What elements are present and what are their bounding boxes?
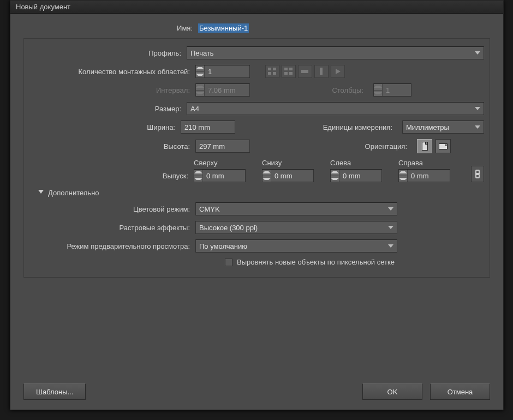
spacing-value: 7.06 mm xyxy=(205,85,249,95)
preview-value: По умолчанию xyxy=(199,242,247,250)
profile-value: Печать xyxy=(190,49,214,57)
spinner-buttons[interactable] xyxy=(196,65,205,77)
dialog-titlebar[interactable]: Новый документ xyxy=(10,1,503,14)
main-settings-group: Профиль: Печать Количество монтажных обл… xyxy=(23,38,490,278)
artboards-label: Количество монтажных областей: xyxy=(29,68,195,76)
profile-select[interactable]: Печать xyxy=(187,46,484,59)
svg-rect-8 xyxy=(301,70,308,73)
raster-effects-label: Растровые эффекты: xyxy=(29,224,195,232)
width-input[interactable] xyxy=(181,121,235,134)
name-label: Имя: xyxy=(23,24,198,32)
chevron-down-icon xyxy=(388,244,393,248)
svg-rect-2 xyxy=(268,72,271,75)
dialog-title: Новый документ xyxy=(16,3,70,11)
arrange-rtl-icon[interactable] xyxy=(331,65,345,78)
dialog-button-bar: Шаблоны... OK Отмена xyxy=(23,383,490,400)
advanced-label: Дополнительно xyxy=(48,189,99,197)
chevron-down-icon xyxy=(475,107,480,110)
new-document-dialog: Новый документ Имя: Безымянный-1 Профиль… xyxy=(10,0,504,410)
svg-rect-5 xyxy=(284,72,288,75)
raster-value: Высокое (300 ppi) xyxy=(199,224,258,232)
columns-value: 1 xyxy=(383,85,411,95)
bleed-bottom-label: Снизу xyxy=(262,159,282,167)
columns-label: Столбцы: xyxy=(254,86,369,94)
bleed-right-spinner[interactable]: 0 mm xyxy=(398,169,450,182)
size-value: A4 xyxy=(190,105,199,113)
preview-mode-label: Режим предварительного просмотра: xyxy=(29,242,195,250)
align-pixel-grid-label: Выровнять новые объекты по пиксельной се… xyxy=(237,258,395,266)
align-pixel-grid-checkbox[interactable] xyxy=(225,259,232,266)
arrange-column-icon[interactable] xyxy=(314,65,329,78)
raster-effects-select[interactable]: Высокое (300 ppi) xyxy=(195,221,397,234)
chevron-down-icon xyxy=(475,125,480,129)
units-value: Миллиметры xyxy=(406,123,449,131)
svg-rect-0 xyxy=(268,68,271,70)
chevron-down-icon xyxy=(388,207,393,211)
grid-by-row-icon[interactable] xyxy=(265,65,279,78)
chevron-down-icon xyxy=(388,226,393,229)
svg-rect-7 xyxy=(289,72,293,75)
spacing-label: Интервал: xyxy=(29,86,195,94)
cancel-button[interactable]: Отмена xyxy=(430,383,490,400)
chevron-down-icon xyxy=(38,190,44,196)
ok-button[interactable]: OK xyxy=(362,383,422,400)
height-input[interactable] xyxy=(195,140,250,153)
color-mode-label: Цветовой режим: xyxy=(29,205,195,213)
link-bleed-button[interactable] xyxy=(471,166,484,182)
artboard-arrangement-icons xyxy=(265,65,345,78)
bleed-left-label: Слева xyxy=(330,159,351,167)
height-label: Высота: xyxy=(29,142,195,151)
name-value-selected: Безымянный-1 xyxy=(198,23,249,33)
bleed-left-spinner[interactable]: 0 mm xyxy=(330,169,382,182)
profile-label: Профиль: xyxy=(29,49,187,57)
size-label: Размер: xyxy=(29,105,187,113)
color-mode-value: CMYK xyxy=(199,205,220,213)
orientation-label: Ориентация: xyxy=(276,142,413,151)
size-select[interactable]: A4 xyxy=(187,102,484,115)
bleed-top-spinner[interactable]: 0 mm xyxy=(194,169,246,182)
orientation-portrait-button[interactable] xyxy=(417,139,432,153)
name-input[interactable]: Безымянный-1 xyxy=(198,23,249,33)
artboards-value: 1 xyxy=(205,67,249,77)
grid-by-column-icon[interactable] xyxy=(282,65,296,78)
svg-rect-9 xyxy=(320,68,323,75)
preview-mode-select[interactable]: По умолчанию xyxy=(195,239,397,253)
artboards-spinner[interactable]: 1 xyxy=(195,65,250,78)
spacing-spinner: 7.06 mm xyxy=(195,83,250,97)
bleed-label: Выпуск: xyxy=(29,172,194,182)
units-select[interactable]: Миллиметры xyxy=(402,121,484,134)
columns-spinner: 1 xyxy=(373,83,411,97)
orientation-landscape-button[interactable] xyxy=(436,139,451,153)
units-label: Единицы измерения: xyxy=(261,123,398,131)
svg-rect-4 xyxy=(284,68,288,70)
arrange-row-icon[interactable] xyxy=(298,65,312,78)
chevron-down-icon xyxy=(475,51,480,55)
bleed-bottom-spinner[interactable]: 0 mm xyxy=(262,169,314,182)
svg-rect-1 xyxy=(273,68,276,70)
width-label: Ширина: xyxy=(29,123,181,131)
bleed-top-label: Сверху xyxy=(194,159,217,167)
templates-button[interactable]: Шаблоны... xyxy=(23,383,86,400)
advanced-toggle[interactable]: Дополнительно xyxy=(38,189,484,197)
bleed-right-label: Справа xyxy=(398,159,423,167)
dialog-content: Имя: Безымянный-1 Профиль: Печать Количе… xyxy=(10,14,503,287)
svg-rect-6 xyxy=(289,68,293,70)
color-mode-select[interactable]: CMYK xyxy=(195,202,397,215)
svg-rect-3 xyxy=(273,72,276,75)
